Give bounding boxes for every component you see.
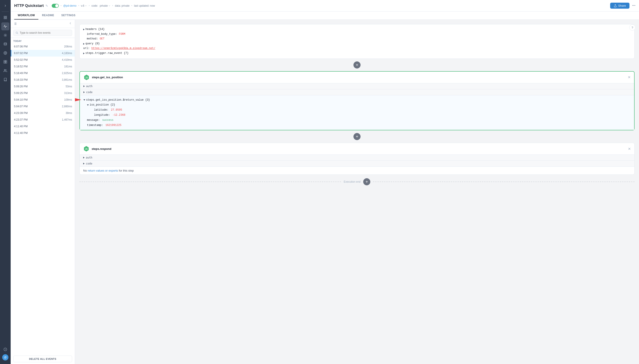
code-label: code [86,91,93,94]
edit-title-icon[interactable]: ✎ [46,4,48,8]
query-row[interactable]: query {0} [83,42,631,46]
event-item[interactable]: 5:52:02 PM 4,419ms [11,56,75,63]
event-item[interactable]: 5:04:10 PM 109ms [11,96,75,103]
sidebar-collapse-button[interactable] [69,22,72,26]
message-row: message: success [83,118,630,123]
nav-avatar[interactable]: @ [2,354,9,360]
step-name-get-iss-position: steps.get_iss_position [92,76,625,79]
nav-apps[interactable] [1,58,9,66]
data-visibility: data: private [115,4,130,7]
latitude-row: latitude: 27.0595 [94,108,630,112]
tab-workflow[interactable]: WORKFLOW [14,12,38,20]
svg-point-11 [4,70,5,70]
last-updated: last updated: now [134,4,155,7]
headers-row[interactable]: headers {14} [83,27,631,32]
event-item[interactable]: 4:23:39 PM 39ms [11,110,75,116]
workflow-toggle[interactable] [52,4,59,8]
expand-auth-icon [83,85,85,87]
collapse-return-value-icon [83,99,85,101]
code-section-respond[interactable]: code [80,160,634,166]
svg-rect-9 [4,62,5,64]
auth-section-respond[interactable]: auth [80,154,634,160]
icon-navigation: @ [0,0,11,364]
step-icon-get-iss-position: JS [83,74,90,80]
nav-notifications[interactable] [1,346,9,353]
url-row: url: https://enmr8zm1ygqk9da.m.pipedream… [83,46,631,51]
event-item[interactable]: 6:07:06 PM 206ms [11,43,75,50]
execution-end-row: Execution end + [79,175,634,187]
svg-rect-1 [6,16,7,17]
share-button[interactable]: Share [610,3,629,9]
expand-auth-respond-icon [83,157,85,158]
svg-rect-3 [6,18,7,19]
event-item[interactable]: 4:11:40 PM [11,130,75,136]
nav-activity[interactable] [1,22,9,30]
nav-sources[interactable] [1,31,9,39]
event-item[interactable]: 6:07:02 PM 4,183ms [11,50,75,56]
execution-end-line-left [79,182,341,182]
step-header-get-iss-position: JS steps.get_iss_position ✕ [80,72,634,83]
execution-end-line-right [373,182,634,182]
sidebar-toolbar [11,20,75,28]
more-options-button[interactable]: ··· [632,3,635,8]
expand-headers-icon [83,28,85,30]
tab-settings[interactable]: SETTINGS [58,12,79,20]
svg-point-6 [5,52,6,54]
svg-rect-2 [4,18,5,19]
close-step-get-iss-position[interactable]: ✕ [628,75,630,79]
auth-section-get-iss-position[interactable]: auth [80,83,634,89]
code-visibility-select[interactable]: private [100,4,111,7]
event-item[interactable]: 4:11:40 PM [11,123,75,130]
user-link[interactable]: @pd-demo [63,4,77,7]
expand-query-icon [83,43,85,45]
close-step-respond[interactable]: ✕ [628,147,631,151]
event-item[interactable]: 5:18:52 PM 181ms [11,63,75,70]
tab-readme[interactable]: README [38,12,58,20]
workflow-canvas: ? headers {14} inferred_body_type: FORM … [75,20,639,364]
return-values-link[interactable]: return values or exports [88,169,118,172]
nav-expand[interactable] [1,2,9,10]
body-area: Today 6:07:06 PM 206ms 6:07:02 PM 4,183m… [11,20,639,364]
step-card-get-iss-position: JS steps.get_iss_position ✕ auth code [79,71,634,130]
timestamp-row: timestamp: 1621991225 [83,123,630,128]
event-item[interactable]: 5:09:26 PM 53ms [11,83,75,90]
version-select[interactable]: v.6 [81,4,87,7]
return-value-row[interactable]: steps.get_iss_position.$return_value {3} [83,98,630,103]
nav-settings[interactable] [1,49,9,57]
annotation-arrow [75,93,81,106]
help-button[interactable]: ? [629,24,635,30]
event-item[interactable]: 5:16:33 PM 3,861ms [11,76,75,83]
step-card-respond: JS steps.respond ✕ auth code [79,143,634,175]
delete-all-events-button[interactable]: DELETE ALL EVENTS [13,356,72,362]
return-value-section: steps.get_iss_position.$return_value {3}… [80,95,634,130]
step-icon-respond: JS [83,146,89,152]
nav-data[interactable] [1,40,9,48]
event-item[interactable]: 5:04:07 PM 2,880ms [11,103,75,110]
event-item[interactable]: 4:23:37 PM 1,467ms [11,116,75,123]
code-section-get-iss-position[interactable]: code [80,89,634,95]
add-step-button-end[interactable]: + [363,178,370,185]
search-input[interactable] [13,30,72,36]
svg-text:JS: JS [85,148,88,150]
list-icon [13,22,17,26]
add-step-button-1[interactable]: + [354,62,361,68]
iss-position-row[interactable]: iss_position {2} [87,102,630,108]
iss-position-values: latitude: 27.0595 longitude: -12.2368 [87,108,630,118]
nav-docs[interactable] [1,76,9,84]
auth-label: auth [86,85,93,88]
expand-code-icon [83,91,85,93]
nav-team[interactable] [1,67,9,75]
execution-end-label: Execution end [344,180,361,183]
step-header-respond: JS steps.respond ✕ [80,143,634,154]
nav-workflows[interactable] [1,14,9,22]
svg-text:JS: JS [85,76,88,79]
add-step-button-2[interactable]: + [354,133,361,140]
events-section-label: Today [11,38,75,43]
event-item[interactable]: 5:09:25 PM 313ms [11,90,75,96]
svg-point-4 [5,35,6,36]
event-item[interactable]: 5:18:49 PM 2,825ms [11,70,75,76]
svg-rect-8 [6,60,7,62]
svg-rect-7 [4,60,5,62]
header: HTTP Quickstart ✎ • @pd-demo • v.6 • cod… [11,0,639,12]
raw-event-row[interactable]: steps.trigger.raw_event {7} [83,51,631,56]
